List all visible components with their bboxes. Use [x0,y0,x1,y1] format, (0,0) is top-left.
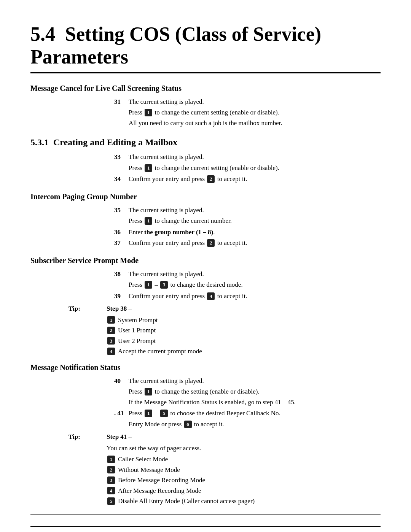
step-41-text: Press 1 – 5 to choose the desired Beeper… [129,408,381,418]
page-title: 5.4 Setting COS (Class of Service) Param… [30,23,381,68]
section-heading-subscriber: Subscriber Service Prompt Mode [30,255,381,266]
kbd-tip-4a: 4 [107,348,115,355]
step-36: 36 Enter the group number (1 – 8). [114,227,381,237]
step-34: 34 Confirm your entry and press 2 to acc… [114,174,381,184]
content-block-notification: 40 The current setting is played. Press … [114,376,381,429]
step-33: 33 The current setting is played. [114,152,381,162]
step-39-number: 39 [114,291,129,301]
tip-38-content: Step 38 – 1 System Prompt 2 User 1 Promp… [107,304,381,357]
title-number: 5.4 [30,23,55,45]
kbd-tip-1a: 1 [107,316,115,324]
tip-41-item-4: 4 After Message Recording Mode [107,486,381,496]
section-message-cancel: Message Cancel for Live Call Screening S… [30,83,381,128]
kbd-tip-2a: 2 [107,327,115,334]
tip-41-item-5-text: Disable All Entry Mode (Caller cannot ac… [118,496,255,506]
step-33-cont1: Press 1 to change the current setting (e… [129,163,381,173]
tip-41-item-2: 2 Without Message Mode [107,465,381,475]
step-35-cont1: Press 1 to change the current number. [129,216,381,226]
kbd-1-e: 1 [145,388,152,395]
step-40-cont1: Press 1 to change the setting (enable or… [129,387,381,397]
tip-41-label: Tip: [68,432,99,507]
tip-38-item-2-text: User 1 Prompt [118,326,156,335]
tip-38-item-3-text: User 2 Prompt [118,336,156,346]
content-block-subscriber: 38 The current setting is played. Press … [114,269,381,301]
kbd-1-c: 1 [145,217,152,225]
step-33-text: The current setting is played. [129,152,381,162]
tip-38-item-3: 3 User 2 Prompt [107,336,381,346]
title-text: Setting COS (Class of Service) Parameter… [30,23,321,68]
step-41-number: . 41 [114,408,129,418]
tip-38-label: Tip: [68,304,99,357]
step-31-cont2: All you need to carry out such a job is … [129,118,381,128]
tip-38-step-label: Step 38 – [107,304,381,314]
tip-41-item-5: 5 Disable All Entry Mode (Caller cannot … [107,496,381,506]
step-33-number: 33 [114,152,129,162]
step-34-text: Confirm your entry and press 2 to accept… [129,174,381,184]
kbd-4-a: 4 [207,292,215,300]
kbd-tip-3a: 3 [107,337,115,345]
kbd-1-a: 1 [145,109,152,116]
step-36-text: Enter the group number (1 – 8). [129,227,381,237]
tip-41-item-3-text: Before Message Recording Mode [118,475,205,485]
step-36-number: 36 [114,227,129,237]
tip-38-item-4-text: Accept the current prompt mode [118,346,202,356]
tip-41-content: Step 41 – You can set the way of pager a… [107,432,381,507]
tip-41: Tip: Step 41 – You can set the way of pa… [68,432,381,507]
step-40: 40 The current setting is played. [114,376,381,386]
tip-41-item-2-text: Without Message Mode [118,465,180,475]
step-34-number: 34 [114,174,129,184]
section-heading-intercom: Intercom Paging Group Number [30,191,381,202]
step-31-cont1: Press 1 to change the current setting (e… [129,108,381,118]
content-block-message-cancel: 31 The current setting is played. Press … [114,97,381,128]
step-31-number: 31 [114,97,129,107]
kbd-tip-2b: 2 [107,466,115,473]
tip-41-item-1-text: Caller Select Mode [118,454,168,464]
section-intercom-paging: Intercom Paging Group Number 35 The curr… [30,191,381,248]
step-31-text: The current setting is played. [129,97,381,107]
step-38-number: 38 [114,269,129,279]
tip-38: Tip: Step 38 – 1 System Prompt 2 User 1 … [68,304,381,357]
kbd-1-d: 1 [145,281,152,289]
step-38: 38 The current setting is played. [114,269,381,279]
section-heading-notification: Message Notification Status [30,362,381,373]
step-40-cont2: If the Message Notification Status is en… [129,397,381,407]
step-40-text: The current setting is played. [129,376,381,386]
section-creating-mailbox: 5.3.1 Creating and Editing a Mailbox 33 … [30,135,381,184]
tip-38-item-1: 1 System Prompt [107,315,381,325]
kbd-2-b: 2 [207,239,215,247]
tip-38-item-1-text: System Prompt [118,315,158,325]
step-35: 35 The current setting is played. [114,205,381,215]
title-rule [30,72,381,73]
step-37: 37 Confirm your entry and press 2 to acc… [114,238,381,248]
step-31: 31 The current setting is played. [114,97,381,107]
kbd-tip-5b: 5 [107,497,115,505]
tip-41-item-3: 3 Before Message Recording Mode [107,475,381,485]
tip-38-item-2: 2 User 1 Prompt [107,326,381,335]
step-37-text: Confirm your entry and press 2 to accept… [129,238,381,248]
step-37-number: 37 [114,238,129,248]
kbd-1-b: 1 [145,164,152,172]
tip-41-step-label: Step 41 – [107,432,381,442]
kbd-1-f: 1 [145,410,152,417]
step-39-text: Confirm your entry and press 4 to accept… [129,291,381,301]
content-block-creating-mailbox: 33 The current setting is played. Press … [114,152,381,184]
kbd-5-a: 5 [160,410,168,417]
kbd-3-a: 3 [160,281,168,289]
step-38-text: The current setting is played. [129,269,381,279]
subsection-heading-creating-mailbox: 5.3.1 Creating and Editing a Mailbox [30,135,381,149]
step-40-number: 40 [114,376,129,386]
step-41-cont1: Entry Mode or press 6 to accept it. [129,419,381,429]
step-41: . 41 Press 1 – 5 to choose the desired B… [114,408,381,418]
step-35-number: 35 [114,205,129,215]
kbd-tip-4b: 4 [107,487,115,494]
kbd-tip-1b: 1 [107,456,115,463]
footer-right: System Manager 5-9 [333,530,381,532]
content-block-intercom: 35 The current setting is played. Press … [114,205,381,248]
tip-41-item-1: 1 Caller Select Mode [107,454,381,464]
kbd-tip-3b: 3 [107,476,115,484]
kbd-2-a: 2 [207,175,215,183]
kbd-6-a: 6 [184,421,192,428]
section-message-notification: Message Notification Status 40 The curre… [30,362,381,507]
section-subscriber-service: Subscriber Service Prompt Mode 38 The cu… [30,255,381,357]
tip-41-intro: You can set the way of pager access. [107,443,381,453]
